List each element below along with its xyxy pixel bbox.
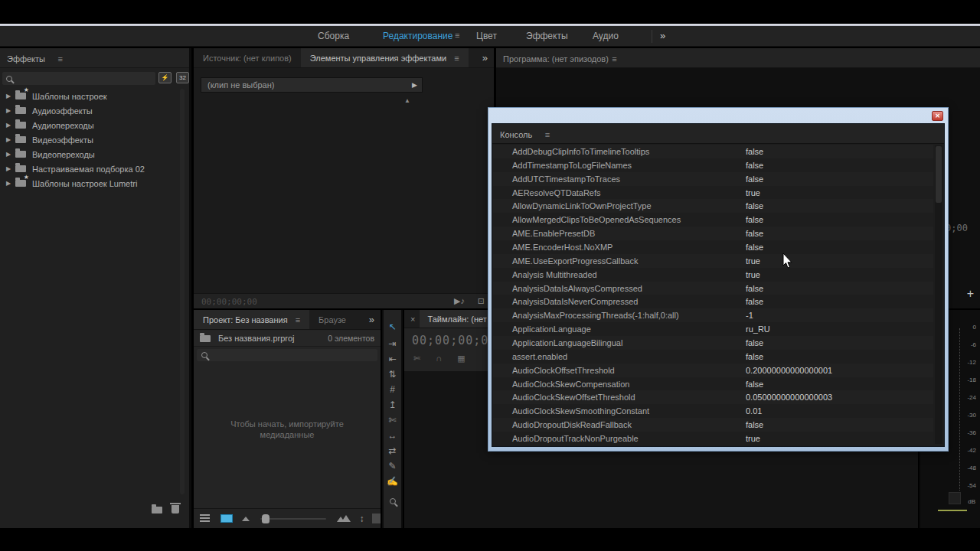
zoom-in-thumbnails-icon[interactable] (337, 515, 351, 522)
console-row[interactable]: ApplicationLanguage ru_RU (493, 322, 933, 336)
console-scrollbar[interactable] (935, 145, 942, 444)
snap-icon[interactable]: ∩ (436, 354, 442, 364)
console-row[interactable]: AnalysisMaxProcessingThreads(-1:half,0:a… (493, 308, 933, 322)
console-row[interactable]: AllowMergedClipsToBeOpenedAsSequences fa… (493, 213, 933, 227)
button-editor-plus-icon[interactable]: + (967, 287, 974, 301)
console-row[interactable]: AudioDropoutTrackNonPurgeable true (493, 432, 933, 445)
disclosure-triangle-icon[interactable]: ▶ (6, 93, 15, 99)
console-row[interactable]: AEResolveQTDataRefs true (493, 186, 933, 200)
selection-tool[interactable]: ↖ (384, 322, 401, 331)
badge-32bit[interactable]: 32 (176, 72, 189, 83)
effect-controls-menu-icon[interactable]: ≡ (454, 54, 459, 63)
disclosure-triangle-icon[interactable]: ▶ (6, 151, 15, 158)
bin-label: Видеопереходы (32, 150, 95, 159)
linked-selection-icon[interactable]: ▦ (457, 354, 465, 364)
console-window[interactable]: ✕ Консоль ≡ AddDebugClipInfoToTimelineTo… (488, 107, 949, 452)
project-search-input[interactable] (197, 349, 377, 361)
workspace-menu-icon[interactable]: ≡ (455, 31, 459, 40)
zoom-tool[interactable] (390, 494, 396, 507)
timeline-close-icon[interactable]: × (410, 315, 415, 324)
console-row[interactable]: AME.EnablePresetDB false (493, 227, 933, 240)
console-title: Консоль (500, 130, 532, 139)
workspace-tab-assembly[interactable]: Сборка (318, 31, 349, 41)
console-row[interactable]: AudioClockSkewOffsetThreshold 0.05000000… (493, 390, 933, 404)
thumbnail-size-slider[interactable] (260, 518, 326, 520)
effects-bin-row[interactable]: ▶ ★ Шаблоны настроек Lumetri (0, 176, 179, 191)
effects-scrollbar[interactable] (180, 89, 185, 494)
project-tab-overflow-icon[interactable]: » (369, 314, 374, 325)
export-frame-icon[interactable]: ⊡ (478, 296, 485, 306)
disclosure-triangle-icon[interactable]: ▶ (6, 180, 15, 187)
console-row[interactable]: AME.EncoderHost.NoXMP false (493, 240, 933, 254)
console-row[interactable]: AudioClockOffsetThreshold 0.200000000000… (493, 364, 933, 377)
clip-not-selected-row[interactable]: (клип не выбран) ▶ (201, 77, 423, 93)
remap-tool[interactable]: ↥ (384, 400, 401, 409)
clip-row-expand-icon[interactable]: ▶ (412, 81, 422, 89)
icon-view-icon[interactable] (220, 514, 232, 523)
new-bin-icon[interactable] (152, 507, 162, 514)
console-row[interactable]: AME.UseExportProgressCallback true (493, 254, 933, 268)
console-row[interactable]: AddDebugClipInfoToTimelineTooltips false (493, 145, 933, 158)
list-view-icon[interactable] (200, 514, 210, 523)
zoom-out-thumbnails-icon[interactable] (242, 517, 250, 521)
workspace-tab-editing[interactable]: Редактирование (383, 31, 452, 41)
effects-search-input[interactable] (2, 72, 155, 85)
accelerated-effects-badge[interactable]: ⚡ (158, 72, 172, 83)
meter-button[interactable] (949, 492, 961, 504)
source-tab-overflow-icon[interactable]: » (482, 52, 488, 64)
pen-tool[interactable]: ✎ (384, 461, 401, 471)
effects-bin-row[interactable]: ▶ Аудиопереходы (0, 118, 179, 132)
tab-source[interactable]: Источник: (нет клипов) (194, 48, 301, 67)
nest-toggle-icon[interactable]: ✄ (413, 354, 420, 364)
effects-bin-row[interactable]: ▶ Видеоэффекты (0, 132, 179, 147)
slide-tool[interactable]: ⇄ (384, 446, 401, 455)
console-row[interactable]: AddUTCTimestampToTraces false (493, 172, 933, 186)
ripple-edit-tool[interactable]: ⇤ (384, 354, 401, 364)
console-row[interactable]: AddTimestampToLogFileNames false (493, 158, 933, 172)
disclosure-triangle-icon[interactable]: ▶ (6, 136, 15, 143)
console-pref-value: false (746, 338, 763, 347)
rate-stretch-tool[interactable]: # (384, 385, 401, 394)
effects-panel-menu-icon[interactable]: ≡ (57, 54, 62, 64)
console-row[interactable]: AudioDropoutDiskReadFallback false (493, 418, 933, 432)
console-row[interactable]: Analysis Multithreaded true (493, 268, 933, 282)
razor-tool[interactable]: ✄ (384, 416, 401, 425)
delete-bin-icon[interactable] (172, 505, 179, 514)
effects-bin-row[interactable]: ▶ Видеопереходы (0, 147, 179, 161)
project-panel-menu-icon[interactable]: ≡ (296, 315, 300, 324)
console-row[interactable]: AnalysisDataIsNeverCompressed false (493, 295, 933, 308)
bin-folder-icon: ★ (15, 93, 26, 99)
disclosure-triangle-icon[interactable]: ▶ (6, 165, 15, 172)
console-menu-icon[interactable]: ≡ (545, 130, 550, 139)
sort-icon[interactable]: ↕ (360, 514, 364, 524)
workspace-tab-audio[interactable]: Аудио (593, 31, 619, 41)
tab-effect-controls[interactable]: Элементы управления эффектами ≡ (301, 48, 469, 67)
console-scrollbar-thumb[interactable] (936, 146, 942, 203)
play-audio-icon[interactable]: ▶♪ (454, 296, 465, 306)
console-close-button[interactable]: ✕ (932, 111, 943, 121)
disclosure-triangle-icon[interactable]: ▶ (6, 107, 15, 114)
hand-tool[interactable]: ✍ (384, 477, 401, 486)
workspace-overflow-icon[interactable]: » (660, 30, 665, 41)
disclosure-triangle-icon[interactable]: ▶ (6, 122, 15, 129)
freeform-view-icon[interactable] (372, 514, 381, 523)
rolling-edit-tool[interactable]: ⇅ (384, 370, 401, 379)
console-row[interactable]: AudioClockSkewSmoothingConstant 0.01 (493, 404, 933, 418)
console-row[interactable]: AudioClockSkewCompensation false (493, 377, 933, 391)
program-panel-menu-icon[interactable]: ≡ (612, 54, 616, 64)
console-row[interactable]: AnalysisDataIsAlwaysCompressed false (493, 282, 933, 295)
tab-project[interactable]: Проект: Без названия ≡ (194, 310, 309, 329)
console-row[interactable]: ApplicationLanguageBilingual false (493, 336, 933, 350)
scroll-up-icon[interactable]: ▲ (404, 97, 410, 104)
console-row[interactable]: AllowDynamicLinkToOwnProjectType false (493, 199, 933, 213)
project-file-row[interactable]: Без названия.prproj 0 элементов (194, 331, 381, 347)
slider-handle[interactable] (262, 514, 270, 523)
effects-bin-row[interactable]: ▶ Аудиоэффекты (0, 103, 179, 118)
track-select-forward-tool[interactable]: ⇥ (384, 339, 401, 348)
effects-bin-row[interactable]: ▶ ★ Шаблоны настроек (0, 89, 179, 103)
slip-tool[interactable]: ↔ (384, 431, 401, 440)
workspace-tab-effects[interactable]: Эффекты (526, 31, 568, 41)
console-row[interactable]: assert.enabled false (493, 350, 933, 364)
workspace-tab-color[interactable]: Цвет (476, 31, 497, 41)
tab-media-browser[interactable]: Браузе (309, 310, 349, 329)
